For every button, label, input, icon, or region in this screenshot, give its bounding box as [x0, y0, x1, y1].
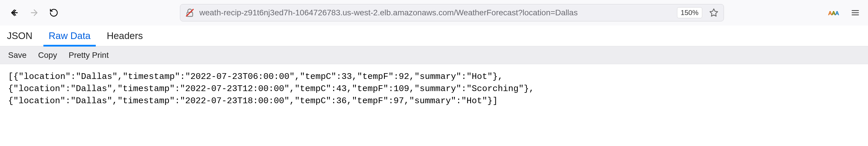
svg-marker-3 — [710, 9, 718, 16]
star-icon — [709, 8, 718, 17]
raw-line: [{"location":"Dallas","timestamp":"2022-… — [8, 71, 860, 83]
raw-content: [{"location":"Dallas","timestamp":"2022-… — [0, 64, 868, 113]
back-button[interactable] — [6, 4, 23, 22]
action-bar: Save Copy Pretty Print — [0, 46, 868, 64]
tab-headers[interactable]: Headers — [107, 26, 143, 46]
reload-icon — [49, 8, 58, 17]
insecure-lock-icon — [185, 8, 195, 17]
browser-toolbar: weath-recip-z91t6nj3ed7h-1064726783.us-w… — [0, 0, 868, 26]
view-tabs: JSON Raw Data Headers — [0, 26, 868, 46]
hamburger-icon — [851, 8, 860, 17]
bookmark-button[interactable] — [707, 6, 721, 20]
raw-line: {"location":"Dallas","timestamp":"2022-0… — [8, 83, 860, 95]
menu-button[interactable] — [848, 6, 862, 20]
save-button[interactable]: Save — [8, 50, 27, 60]
arrow-right-icon — [29, 8, 39, 17]
tab-raw-data[interactable]: Raw Data — [49, 26, 91, 46]
copy-button[interactable]: Copy — [38, 50, 57, 60]
tab-json[interactable]: JSON — [7, 26, 32, 46]
forward-button — [26, 4, 43, 22]
pretty-print-button[interactable]: Pretty Print — [69, 50, 108, 60]
arrow-left-icon — [9, 8, 20, 17]
url-text[interactable]: weath-recip-z91t6nj3ed7h-1064726783.us-w… — [199, 8, 673, 17]
extension-icon[interactable]: ᴀᴀᴀ — [826, 8, 840, 17]
raw-line: {"location":"Dallas","timestamp":"2022-0… — [8, 95, 860, 107]
zoom-badge[interactable]: 150% — [677, 7, 702, 18]
address-bar[interactable]: weath-recip-z91t6nj3ed7h-1064726783.us-w… — [180, 4, 724, 22]
reload-button[interactable] — [45, 4, 62, 22]
